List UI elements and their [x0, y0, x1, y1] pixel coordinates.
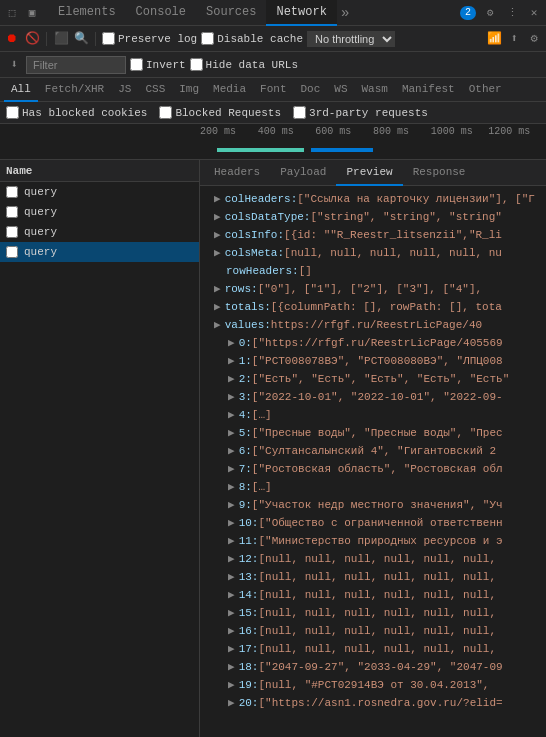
- filter-input[interactable]: [26, 56, 126, 74]
- expand-arrow-icon[interactable]: ▶: [228, 640, 235, 658]
- expand-arrow-icon[interactable]: ▶: [214, 226, 221, 244]
- preview-line: rowHeaders: []: [200, 262, 546, 280]
- request-item-checkbox[interactable]: [6, 186, 18, 198]
- expand-arrow-icon[interactable]: ▶: [228, 622, 235, 640]
- request-item[interactable]: query: [0, 222, 199, 242]
- expand-arrow-icon[interactable]: ▶: [228, 442, 235, 460]
- settings-icon[interactable]: ⚙: [482, 5, 498, 21]
- expand-arrow-icon[interactable]: ▶: [228, 406, 235, 424]
- filter-tab-manifest[interactable]: Manifest: [395, 78, 462, 102]
- preview-line: ▶ 4: […]: [200, 406, 546, 424]
- request-item-checkbox[interactable]: [6, 206, 18, 218]
- search-icon[interactable]: 🔍: [73, 31, 89, 47]
- third-party-label[interactable]: 3rd-party requests: [293, 106, 428, 119]
- record-icon[interactable]: ⏺: [4, 31, 20, 47]
- preview-line: ▶ 5: ["Пресные воды", "Пресные воды", "П…: [200, 424, 546, 442]
- preview-value: ["Ссылка на карточку лицензии"], ["Г: [297, 190, 535, 208]
- expand-arrow-icon[interactable]: ▶: [228, 514, 235, 532]
- request-item-name: query: [24, 246, 57, 258]
- expand-arrow-icon[interactable]: ▶: [214, 298, 221, 316]
- request-item-checkbox[interactable]: [6, 246, 18, 258]
- panel-tab-payload[interactable]: Payload: [270, 160, 336, 186]
- expand-arrow-icon[interactable]: ▶: [228, 550, 235, 568]
- preview-key: 17:: [239, 640, 259, 658]
- request-item[interactable]: query: [0, 182, 199, 202]
- invert-checkbox[interactable]: [130, 58, 143, 71]
- expand-arrow-icon[interactable]: ▶: [214, 208, 221, 226]
- inspect-icon[interactable]: ⬚: [4, 5, 20, 21]
- expand-arrow-icon[interactable]: ▶: [228, 568, 235, 586]
- filter-tab-css[interactable]: CSS: [138, 78, 172, 102]
- preview-key: 2:: [239, 370, 252, 388]
- expand-arrow-icon[interactable]: ▶: [228, 388, 235, 406]
- blocked-requests-label[interactable]: Blocked Requests: [159, 106, 281, 119]
- preview-line: ▶ 18: ["2047-09-27", "2033-04-29", "2047…: [200, 658, 546, 676]
- preserve-log-checkbox[interactable]: [102, 32, 115, 45]
- hide-data-urls-checkbox[interactable]: [190, 58, 203, 71]
- filter-icon[interactable]: ⬛: [53, 31, 69, 47]
- invert-label[interactable]: Invert: [130, 58, 186, 71]
- blocked-requests-checkbox[interactable]: [159, 106, 172, 119]
- filter-tab-doc[interactable]: Doc: [293, 78, 327, 102]
- request-item[interactable]: query: [0, 202, 199, 222]
- request-item[interactable]: query: [0, 242, 199, 262]
- expand-arrow-icon[interactable]: ▶: [214, 244, 221, 262]
- device-icon[interactable]: ▣: [24, 5, 40, 21]
- filter-tab-media[interactable]: Media: [206, 78, 253, 102]
- wifi-icon[interactable]: 📶: [486, 31, 502, 47]
- settings2-icon[interactable]: ⚙: [526, 31, 542, 47]
- expand-arrow-icon[interactable]: ▶: [214, 316, 221, 334]
- expand-arrow-icon[interactable]: ▶: [228, 532, 235, 550]
- filter-tab-all[interactable]: All: [4, 78, 38, 102]
- tab-console[interactable]: Console: [126, 0, 196, 26]
- expand-arrow-icon[interactable]: ▶: [228, 676, 235, 694]
- expand-arrow-icon[interactable]: ▶: [228, 604, 235, 622]
- filter-tab-js[interactable]: JS: [111, 78, 138, 102]
- hide-data-urls-label[interactable]: Hide data URLs: [190, 58, 298, 71]
- disable-cache-label[interactable]: Disable cache: [201, 32, 303, 45]
- expand-arrow-icon[interactable]: ▶: [228, 658, 235, 676]
- disable-cache-checkbox[interactable]: [201, 32, 214, 45]
- preview-line: ▶ colsMeta: [null, null, null, null, nul…: [200, 244, 546, 262]
- expand-arrow-icon[interactable]: ▶: [228, 370, 235, 388]
- preserve-log-label[interactable]: Preserve log: [102, 32, 197, 45]
- preview-key: 15:: [239, 604, 259, 622]
- panel-tab-preview[interactable]: Preview: [336, 160, 402, 186]
- expand-arrow-icon[interactable]: ▶: [228, 334, 235, 352]
- filter-tab-fetch/xhr[interactable]: Fetch/XHR: [38, 78, 111, 102]
- third-party-checkbox[interactable]: [293, 106, 306, 119]
- tab-network[interactable]: Network: [266, 0, 336, 26]
- divider1: [46, 32, 47, 46]
- expand-arrow-icon[interactable]: ▶: [228, 352, 235, 370]
- preview-value: ["Министерство природных ресурсов и э: [258, 532, 502, 550]
- close-devtools-icon[interactable]: ✕: [526, 5, 542, 21]
- expand-arrow-icon[interactable]: ▶: [214, 280, 221, 298]
- expand-arrow-icon[interactable]: ▶: [228, 586, 235, 604]
- filter-tab-font[interactable]: Font: [253, 78, 293, 102]
- import-icon[interactable]: ⬆: [506, 31, 522, 47]
- filter-tab-img[interactable]: Img: [172, 78, 206, 102]
- more-options-icon[interactable]: ⋮: [504, 5, 520, 21]
- expand-arrow-icon[interactable]: ▶: [228, 478, 235, 496]
- download-icon[interactable]: ⬇: [6, 57, 22, 73]
- panel-tab-headers[interactable]: Headers: [204, 160, 270, 186]
- preview-line: ▶ rows: ["0"], ["1"], ["2"], ["3"], ["4"…: [200, 280, 546, 298]
- filter-tab-other[interactable]: Other: [462, 78, 509, 102]
- more-tabs-icon[interactable]: »: [337, 5, 353, 21]
- request-item-checkbox[interactable]: [6, 226, 18, 238]
- has-blocked-cookies-checkbox[interactable]: [6, 106, 19, 119]
- panel-tab-response[interactable]: Response: [403, 160, 476, 186]
- expand-arrow-icon[interactable]: ▶: [214, 190, 221, 208]
- expand-arrow-icon[interactable]: ▶: [228, 694, 235, 712]
- timeline: 200 ms400 ms600 ms800 ms1000 ms1200 ms: [0, 124, 546, 160]
- expand-arrow-icon[interactable]: ▶: [228, 424, 235, 442]
- filter-tab-ws[interactable]: WS: [327, 78, 354, 102]
- expand-arrow-icon[interactable]: ▶: [228, 460, 235, 478]
- expand-arrow-icon[interactable]: ▶: [228, 496, 235, 514]
- tab-elements[interactable]: Elements: [48, 0, 126, 26]
- clear-icon[interactable]: 🚫: [24, 31, 40, 47]
- has-blocked-cookies-label[interactable]: Has blocked cookies: [6, 106, 147, 119]
- filter-tab-wasm[interactable]: Wasm: [355, 78, 395, 102]
- throttle-select[interactable]: No throttling: [307, 31, 395, 47]
- tab-sources[interactable]: Sources: [196, 0, 266, 26]
